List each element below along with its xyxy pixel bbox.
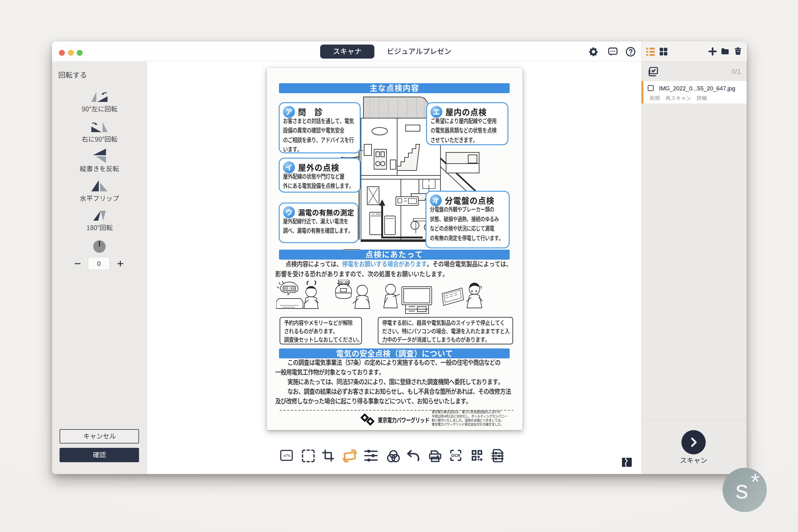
svg-text:88:88: 88:88 [339, 281, 349, 284]
svg-text:88:88: 88:88 [284, 287, 295, 291]
svg-text:-47%: -47% [282, 454, 290, 457]
svg-text:*: * [751, 469, 760, 495]
svg-text:OCR: OCR [451, 453, 460, 458]
svg-text:s: s [736, 475, 748, 504]
